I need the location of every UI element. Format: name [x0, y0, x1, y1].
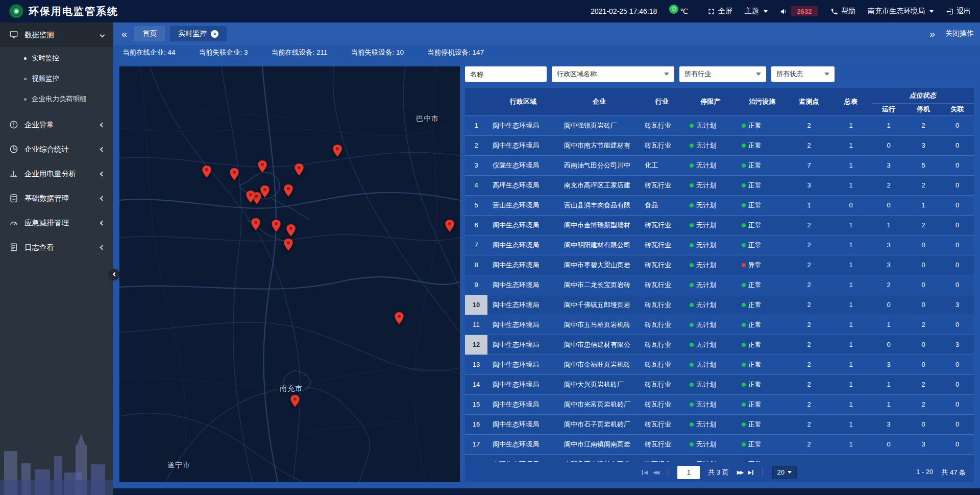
chevron-down-icon — [824, 73, 829, 76]
cell-industry: 砖瓦行业 — [640, 394, 684, 414]
tabs-scroll-right-icon[interactable]: » — [927, 29, 937, 39]
cell-points: 7 — [788, 155, 830, 175]
help-button[interactable]: 帮助 — [830, 7, 855, 16]
sidebar-item-emergency-reduction[interactable]: 应急减排管理 — [0, 210, 113, 235]
sidebar-subitem[interactable]: 视频监控 — [0, 68, 113, 89]
org-dropdown[interactable]: 南充市生态环境局 — [868, 7, 934, 16]
map-pin[interactable] — [202, 166, 211, 178]
sidebar-group-log-view: 日志查看 — [0, 235, 113, 260]
map-pin[interactable] — [258, 160, 267, 173]
cell-run: 0 — [871, 434, 906, 454]
col-header-industry[interactable]: 行业 — [640, 88, 684, 115]
table-row[interactable]: 11阆中生态环境局阆中市五马桥页岩机砖砖瓦行业无计划正常21120 — [465, 315, 974, 335]
cell-treatment: 正常 — [737, 235, 788, 255]
table-row[interactable]: 8阆中生态环境局阆中市枣碧大梁山页岩砖瓦行业无计划异常21300 — [465, 255, 974, 275]
map-pin[interactable] — [286, 224, 296, 237]
page-input[interactable] — [677, 466, 700, 479]
name-filter-input[interactable] — [465, 66, 547, 82]
col-header-treatment[interactable]: 治污设施 — [737, 88, 788, 115]
first-page-button[interactable]: ◀ — [642, 469, 648, 475]
cell-company: 营山县润丰肉食品有限 — [559, 195, 640, 215]
sidebar-group-emergency-reduction: 应急减排管理 — [0, 210, 113, 235]
sidebar-group-data-monitoring: 数据监测实时监控视频监控企业电力负荷明细 — [0, 22, 113, 112]
table-row[interactable]: 1阆中生态环境局阆中强锐页岩砖厂砖瓦行业无计划正常21120 — [465, 115, 974, 135]
col-header-production[interactable]: 停限产 — [684, 88, 737, 115]
sidebar-item-data-monitoring[interactable]: 数据监测 — [0, 22, 113, 47]
tabs-scroll-left-icon[interactable]: « — [119, 29, 129, 39]
map-pin[interactable] — [272, 220, 281, 232]
col-header-offline[interactable]: 失联 — [941, 103, 974, 115]
table-row[interactable]: 16阆中生态环境局阆中市石子页岩机砖厂砖瓦行业无计划正常21300 — [465, 414, 974, 434]
theme-dropdown[interactable]: 主题 — [745, 7, 768, 16]
row-number: 16 — [465, 414, 487, 434]
table-row[interactable]: 5营山生态环境局营山县润丰肉食品有限食品无计划正常10010 — [465, 195, 974, 215]
sidebar-item-enterprise-abnormal[interactable]: 企业异常 — [0, 112, 113, 137]
map-pin[interactable] — [260, 185, 270, 198]
tab-home[interactable]: 首页 — [134, 26, 165, 41]
map-pin[interactable] — [246, 191, 255, 203]
table-row[interactable]: 9阆中生态环境局阆中市二龙长宝页岩砖砖瓦行业无计划正常21200 — [465, 275, 974, 295]
cell-production: 无计划 — [684, 275, 737, 295]
table-row[interactable]: 14阆中生态环境局阆中大兴页岩机砖厂砖瓦行业无计划正常21120 — [465, 374, 974, 394]
map-panel[interactable]: 巴中市南充市遂宁市 — [119, 66, 460, 482]
status-filter-select[interactable]: 所有状态 — [771, 66, 835, 82]
industry-filter-select[interactable]: 所有行业 — [679, 66, 766, 82]
alarm-widget[interactable]: 2632 — [780, 6, 818, 16]
cell-company: 南部县宏泰建材有限公 — [559, 454, 640, 462]
map-pin[interactable] — [445, 220, 454, 232]
sidebar-subitem[interactable]: 企业电力负荷明细 — [0, 89, 113, 109]
table-row[interactable]: 10阆中生态环境局阆中千佛镇五郎垭页岩砖瓦行业无计划正常21003 — [465, 295, 974, 315]
cell-treatment: 异常 — [737, 255, 788, 275]
cell-region: 阆中生态环境局 — [487, 255, 559, 275]
col-header-stop[interactable]: 停机 — [906, 103, 941, 115]
close-operations-button[interactable]: 关闭操作 — [945, 29, 974, 38]
tab-realtime-monitor[interactable]: 实时监控 × — [170, 26, 227, 41]
table-row[interactable]: 12阆中生态环境局阆中市忠信建材有限公砖瓦行业无计划正常21003 — [465, 335, 974, 355]
monitor-icon — [9, 30, 18, 39]
last-page-button[interactable]: ▶ — [748, 469, 753, 475]
table-row[interactable]: 2阆中生态环境局阆中市南方节能建材有砖瓦行业无计划正常21030 — [465, 135, 974, 155]
cell-meters: 1 — [830, 454, 871, 462]
fullscreen-button[interactable]: 全屏 — [707, 7, 732, 16]
sidebar-item-label: 日志查看 — [24, 243, 94, 252]
sidebar-nav: 数据监测实时监控视频监控企业电力负荷明细企业异常企业综合统计企业用电量分析基础数… — [0, 22, 113, 260]
sidebar-item-log-view[interactable]: 日志查看 — [0, 235, 113, 260]
close-tab-icon[interactable]: × — [211, 30, 218, 38]
logout-button[interactable]: 退出 — [946, 7, 971, 16]
map-pin[interactable] — [230, 168, 239, 180]
col-header-run[interactable]: 运行 — [871, 103, 906, 115]
table-row[interactable]: 6阆中生态环境局阆中市金博瑞新型墙材砖瓦行业无计划正常21120 — [465, 215, 974, 235]
collapse-map-button[interactable] — [108, 269, 119, 280]
col-header-region[interactable]: 行政区域 — [487, 88, 559, 115]
sidebar-item-enterprise-statistics[interactable]: 企业综合统计 — [0, 137, 113, 161]
region-filter-select[interactable]: 行政区域名称 — [552, 66, 674, 82]
map-pin[interactable] — [251, 218, 260, 230]
table-row[interactable]: 17阆中生态环境局阆中市江南镇阆南页岩砖瓦行业无计划正常21030 — [465, 434, 974, 454]
table-row[interactable]: 7阆中生态环境局阆中明阳建材有限公司砖瓦行业无计划正常21300 — [465, 235, 974, 255]
top-bar: 环保用电监管系统 2021-02-25 17:46:18 0 ℃ 全屏 主题 2… — [0, 0, 980, 22]
sidebar-item-base-data-management[interactable]: 基础数据管理 — [0, 186, 113, 210]
col-header-points[interactable]: 监测点 — [788, 88, 830, 115]
map-pin[interactable] — [395, 312, 404, 324]
row-number: 5 — [465, 195, 487, 215]
table-row[interactable]: 15阆中生态环境局阆中市光富页岩机砖厂砖瓦行业无计划正常21120 — [465, 394, 974, 414]
map-pin[interactable] — [333, 145, 342, 157]
map-pin[interactable] — [284, 239, 293, 251]
col-header-company[interactable]: 企业 — [559, 88, 640, 115]
map-pin[interactable] — [295, 163, 304, 176]
sidebar-subitem[interactable]: 实时监控 — [0, 48, 113, 68]
row-number: 13 — [465, 355, 487, 374]
map-pin[interactable] — [284, 184, 293, 197]
next-page-button[interactable]: ▶▶ — [737, 469, 743, 475]
col-header-meters[interactable]: 总表 — [830, 88, 871, 115]
chevron-down-icon — [764, 10, 768, 13]
region-filter-value: 行政区域名称 — [557, 69, 597, 79]
table-row[interactable]: 13阆中生态环境局阆中市金福旺页岩机砖砖瓦行业无计划正常21300 — [465, 355, 974, 374]
sidebar-item-power-usage-analysis[interactable]: 企业用电量分析 — [0, 161, 113, 186]
map-pin[interactable] — [290, 395, 300, 407]
table-row[interactable]: 18南部生态环境局南部县宏泰建材有限公砖瓦行业无计划正常21030 — [465, 454, 974, 462]
prev-page-button[interactable]: ◀◀ — [653, 469, 658, 475]
table-row[interactable]: 3仪陇生态环境局西南油气田分公司川中化工无计划正常71350 — [465, 155, 974, 175]
table-row[interactable]: 4高坪生态环境局南充市高坪区王家店建砖瓦行业无计划正常31220 — [465, 175, 974, 195]
page-size-select[interactable]: 20 — [772, 466, 797, 479]
